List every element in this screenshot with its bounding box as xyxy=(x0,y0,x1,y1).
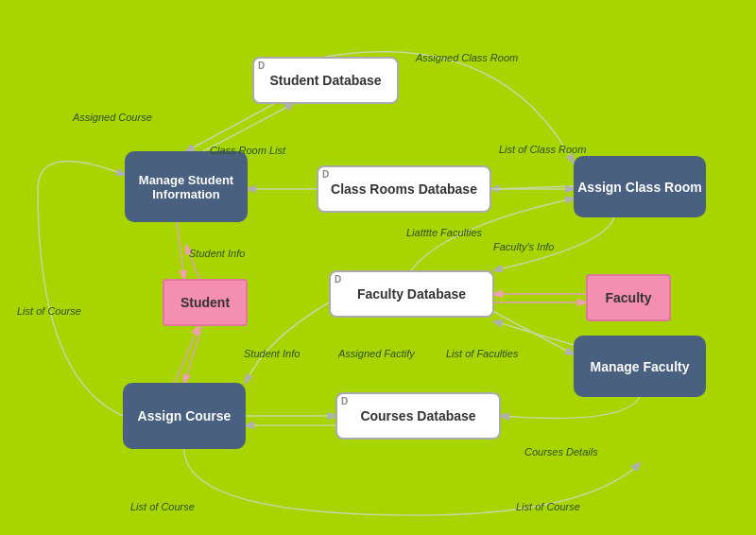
db-marker-courses: D xyxy=(341,396,348,406)
class-rooms-database-label: Class Rooms Database xyxy=(331,181,477,197)
manage-faculty-node[interactable]: Manage Faculty xyxy=(574,336,706,397)
edge-label-list-of-course-bottom-right: List of Course xyxy=(516,501,580,512)
manage-student-node[interactable]: Manage Student Information xyxy=(125,151,248,222)
faculty-database-label: Faculty Database xyxy=(357,286,466,302)
assign-course-label: Assign Course xyxy=(138,408,232,423)
faculty-entity-label: Faculty xyxy=(605,290,651,305)
edge-label-facultys-info: Faculty's Info xyxy=(493,241,554,252)
db-marker: D xyxy=(258,60,265,71)
assign-class-room-node[interactable]: Assign Class Room xyxy=(574,156,706,217)
manage-faculty-label: Manage Faculty xyxy=(590,359,689,374)
edge-label-student-info-1: Student Info xyxy=(189,248,245,259)
faculty-entity-node[interactable]: Faculty xyxy=(586,274,671,321)
student-database-label: Student Database xyxy=(269,73,381,88)
edge-label-list-of-faculties: List of Faculties xyxy=(446,348,518,359)
edge-label-liatttte-faculties: Liatttte Faculties xyxy=(406,227,482,238)
edge-label-assigned-factify: Assigned Factify xyxy=(338,348,415,359)
edge-label-assigned-course-top: Assigned Course xyxy=(73,112,152,123)
edge-label-list-of-course-bottom-left: List of Course xyxy=(130,501,195,512)
edge-label-student-info-2: Student Info xyxy=(244,348,300,359)
db-marker-faculty: D xyxy=(335,274,341,285)
edge-label-assigned-class-room: Assigned Class Room xyxy=(416,52,518,63)
student-entity-node[interactable]: Student xyxy=(163,279,248,326)
student-database-node[interactable]: D Student Database xyxy=(252,57,399,104)
assign-course-node[interactable]: Assign Course xyxy=(123,383,246,449)
db-marker-classrooms: D xyxy=(322,169,329,180)
class-rooms-database-node[interactable]: D Class Rooms Database xyxy=(317,165,491,213)
courses-database-label: Courses Database xyxy=(360,408,475,423)
edge-label-list-of-course-left: List of Course xyxy=(17,305,81,317)
edge-label-courses-details: Courses Details xyxy=(524,446,598,457)
edge-label-list-of-class-room: List of Class Room xyxy=(499,144,586,155)
faculty-database-node[interactable]: D Faculty Database xyxy=(329,270,494,318)
manage-student-label: Manage Student Information xyxy=(125,173,248,201)
student-entity-label: Student xyxy=(180,295,230,310)
assign-class-room-label: Assign Class Room xyxy=(577,180,701,195)
courses-database-node[interactable]: D Courses Database xyxy=(335,392,501,440)
